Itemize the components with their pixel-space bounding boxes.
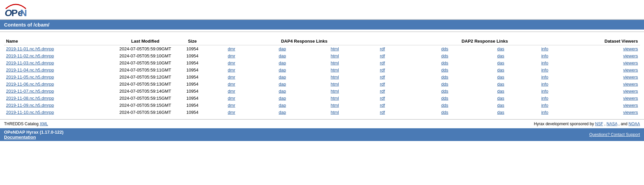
dap4-dmr-link[interactable]: dmr (228, 110, 235, 115)
dap4-dmr-link[interactable]: dmr (228, 82, 235, 87)
dap4-rdf-link[interactable]: rdf (380, 53, 385, 58)
dap4-html-link[interactable]: html (331, 82, 339, 87)
dap2-dds-link[interactable]: dds (441, 82, 448, 87)
dap4-dap-link[interactable]: dap (279, 46, 286, 51)
dap4-rdf-link[interactable]: rdf (380, 60, 385, 65)
file-link[interactable]: 2019-11-08.nc.h5.dmrpp (6, 96, 54, 101)
dap4-dap-link[interactable]: dap (279, 82, 286, 87)
dap2-das-link[interactable]: das (497, 67, 504, 73)
dap2-info-link[interactable]: info (541, 89, 548, 94)
dap4-html-link[interactable]: html (331, 89, 339, 94)
dap2-info-link[interactable]: info (541, 67, 548, 73)
dap4-html-link[interactable]: html (331, 46, 339, 51)
dap4-html-link[interactable]: html (331, 75, 339, 80)
viewers-link[interactable]: viewers (623, 96, 638, 101)
dap4-dap-link[interactable]: dap (279, 75, 286, 80)
dap4-html-link[interactable]: html (331, 53, 339, 58)
viewers-link[interactable]: viewers (623, 103, 638, 108)
dap2-das-link[interactable]: das (497, 89, 504, 94)
viewers-link[interactable]: viewers (623, 89, 638, 94)
dap2-info-link[interactable]: info (541, 46, 548, 51)
viewers-link[interactable]: viewers (623, 53, 638, 58)
dap4-dap-link[interactable]: dap (279, 110, 286, 115)
file-link[interactable]: 2019-11-05.nc.h5.dmrpp (6, 75, 54, 80)
dap4-dmr-link[interactable]: dmr (228, 46, 235, 51)
dap2-das-link[interactable]: das (497, 96, 504, 101)
file-link[interactable]: 2019-11-04.nc.h5.dmrpp (6, 67, 54, 73)
noaa-link[interactable]: NOAA (629, 122, 640, 126)
dap2-info-link[interactable]: info (541, 96, 548, 101)
viewers-link[interactable]: viewers (623, 46, 638, 51)
documentation-link[interactable]: Documentation (4, 135, 36, 140)
dap4-dmr-link[interactable]: dmr (228, 103, 235, 108)
dap4-dap-link[interactable]: dap (279, 53, 286, 58)
dap2-info-link[interactable]: info (541, 53, 548, 58)
dap2-das-link[interactable]: das (497, 46, 504, 51)
viewers-link[interactable]: viewers (623, 67, 638, 73)
dap2-dds-link[interactable]: dds (441, 89, 448, 94)
dap2-dds-link[interactable]: dds (441, 53, 448, 58)
file-link[interactable]: 2019-11-10.nc.h5.dmrpp (6, 110, 54, 115)
file-link[interactable]: 2019-11-07.nc.h5.dmrpp (6, 89, 54, 94)
dap4-rdf-link[interactable]: rdf (380, 110, 385, 115)
viewers-link[interactable]: viewers (623, 82, 638, 87)
dap2-info-link[interactable]: info (541, 75, 548, 80)
dap2-dds-link[interactable]: dds (441, 110, 448, 115)
dap2-info-link[interactable]: info (541, 82, 548, 87)
dap4-html-link[interactable]: html (331, 60, 339, 65)
dap2-das-link[interactable]: das (497, 53, 504, 58)
dap4-html-link[interactable]: html (331, 103, 339, 108)
dap4-dmr-link[interactable]: dmr (228, 53, 235, 58)
file-link[interactable]: 2019-11-09.nc.h5.dmrpp (6, 103, 54, 108)
dap2-dds-link[interactable]: dds (441, 96, 448, 101)
dap4-dap-link[interactable]: dap (279, 60, 286, 65)
file-link[interactable]: 2019-11-03.nc.h5.dmrpp (6, 60, 54, 65)
dap2-info-link[interactable]: info (541, 110, 548, 115)
dap2-dds-link[interactable]: dds (441, 46, 448, 51)
dap4-html-link[interactable]: html (331, 110, 339, 115)
viewers-link[interactable]: viewers (623, 60, 638, 65)
cell-dap2-dds: dds (403, 95, 479, 102)
dap2-dds-link[interactable]: dds (441, 103, 448, 108)
file-link[interactable]: 2019-11-01.nc.h5.dmrpp (6, 46, 54, 51)
dap2-das-link[interactable]: das (497, 110, 504, 115)
dap4-dap-link[interactable]: dap (279, 96, 286, 101)
dap4-rdf-link[interactable]: rdf (380, 89, 385, 94)
nsf-link[interactable]: NSF (595, 122, 603, 126)
cell-dap4-dap: dap (257, 102, 308, 109)
dap4-dmr-link[interactable]: dmr (228, 96, 235, 101)
dap4-rdf-link[interactable]: rdf (380, 75, 385, 80)
dap2-info-link[interactable]: info (541, 60, 548, 65)
dap2-dds-link[interactable]: dds (441, 75, 448, 80)
cell-dap4-rdf: rdf (362, 109, 403, 116)
dap4-html-link[interactable]: html (331, 96, 339, 101)
dap4-html-link[interactable]: html (331, 67, 339, 73)
dap4-rdf-link[interactable]: rdf (380, 96, 385, 101)
dap4-rdf-link[interactable]: rdf (380, 103, 385, 108)
viewers-link[interactable]: viewers (623, 110, 638, 115)
header-divider (0, 32, 644, 32)
dap2-info-link[interactable]: info (541, 103, 548, 108)
dap4-dap-link[interactable]: dap (279, 67, 286, 73)
dap4-rdf-link[interactable]: rdf (380, 82, 385, 87)
thredds-xml-link[interactable]: XML (40, 122, 48, 126)
dap2-das-link[interactable]: das (497, 82, 504, 87)
dap2-das-link[interactable]: das (497, 103, 504, 108)
dap4-rdf-link[interactable]: rdf (380, 67, 385, 73)
viewers-link[interactable]: viewers (623, 75, 638, 80)
dap2-dds-link[interactable]: dds (441, 67, 448, 73)
dap4-dap-link[interactable]: dap (279, 89, 286, 94)
file-link[interactable]: 2019-11-02.nc.h5.dmrpp (6, 53, 54, 58)
dap4-rdf-link[interactable]: rdf (380, 46, 385, 51)
file-link[interactable]: 2019-11-06.nc.h5.dmrpp (6, 82, 54, 87)
dap4-dmr-link[interactable]: dmr (228, 75, 235, 80)
contact-support-link[interactable]: Questions? Contact Support (589, 132, 640, 137)
dap2-das-link[interactable]: das (497, 75, 504, 80)
dap2-dds-link[interactable]: dds (441, 60, 448, 65)
dap4-dmr-link[interactable]: dmr (228, 60, 235, 65)
dap4-dap-link[interactable]: dap (279, 103, 286, 108)
nasa-link[interactable]: NASA (607, 122, 617, 126)
dap2-das-link[interactable]: das (497, 60, 504, 65)
dap4-dmr-link[interactable]: dmr (228, 67, 235, 73)
dap4-dmr-link[interactable]: dmr (228, 89, 235, 94)
